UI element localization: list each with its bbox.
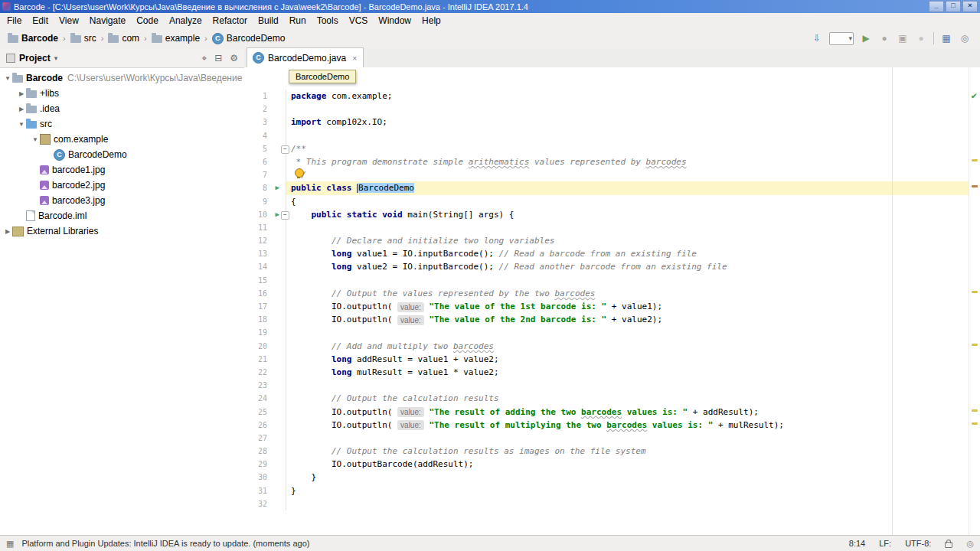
stripe-mark-line-20[interactable] [972, 344, 978, 346]
code-line-7[interactable]: 7 */ [244, 168, 969, 181]
code-line-21[interactable]: 21 long addResult = value1 + value2; [244, 353, 969, 366]
tree-item-barcode3-jpg[interactable]: barcode3.jpg [0, 193, 244, 208]
close-tab-icon[interactable]: × [352, 54, 357, 63]
run-line-icon[interactable]: ▶ [276, 181, 279, 194]
breadcrumb-item-src[interactable]: src [70, 33, 96, 44]
code-line-15[interactable]: 15 [244, 274, 969, 287]
tree-item-barcode-iml[interactable]: Barcode.iml [0, 208, 244, 223]
locate-icon[interactable]: ⌖ [201, 53, 207, 64]
fold-icon[interactable]: − [281, 145, 289, 154]
chevron-down-icon[interactable]: ▾ [54, 54, 58, 62]
chevron-collapsed-icon[interactable]: ▶ [17, 90, 26, 97]
stripe-mark-line-6[interactable] [972, 159, 978, 161]
code-line-31[interactable]: 31} [244, 484, 969, 497]
code-line-14[interactable]: 14 long value2 = IO.inputBarcode(); // R… [244, 260, 969, 273]
tab-barcodedemo-java[interactable]: C BarcodeDemo.java × [247, 47, 364, 68]
code-line-16[interactable]: 16 // Output the values represented by t… [244, 287, 969, 300]
hector-indicator-icon[interactable]: ◎ [966, 539, 974, 549]
chevron-expanded-icon[interactable]: ▼ [3, 75, 12, 82]
tree-item-barcode[interactable]: ▼BarcodeC:\Users\user\Work\Курсы\Java\Вв… [0, 70, 244, 86]
hector-icon[interactable]: ◎ [959, 32, 971, 44]
code-line-23[interactable]: 23 [244, 379, 969, 392]
run-button[interactable]: ▶ [860, 32, 872, 44]
menu-help[interactable]: Help [416, 13, 446, 28]
tree-item--libs[interactable]: ▶+libs [0, 86, 244, 101]
settings-icon[interactable]: ⚙ [230, 53, 238, 64]
vcs-update-icon[interactable]: ⇩ [811, 32, 823, 44]
code-line-6[interactable]: 6 * This program demonstrate simple arit… [244, 155, 969, 168]
code-line-4[interactable]: 4 [244, 129, 969, 142]
stripe-mark-line-8[interactable] [972, 185, 978, 187]
code-line-8[interactable]: 8▶public class BarcodeDemo [244, 181, 969, 194]
breadcrumb-item-example[interactable]: example [152, 33, 200, 44]
tree-item--idea[interactable]: ▶.idea [0, 101, 244, 116]
status-message[interactable]: Platform and Plugin Updates: IntelliJ ID… [21, 539, 309, 548]
menu-window[interactable]: Window [373, 13, 416, 28]
run-config-select[interactable]: ▾ [829, 32, 854, 45]
code-line-32[interactable]: 32 [244, 497, 969, 510]
collapse-all-icon[interactable]: ⊟ [214, 53, 222, 64]
breadcrumb-item-com[interactable]: com [108, 33, 139, 44]
menu-vcs[interactable]: VCS [344, 13, 374, 28]
code-line-11[interactable]: 11 [244, 221, 969, 234]
code-line-18[interactable]: 18 IO.outputln( value: "The value of the… [244, 313, 969, 326]
tree-item-barcode1-jpg[interactable]: barcode1.jpg [0, 162, 244, 178]
debug-button[interactable]: ● [878, 32, 890, 44]
menu-code[interactable]: Code [131, 13, 164, 28]
tool-window-switcher-icon[interactable]: ▦ [6, 539, 14, 549]
code-line-19[interactable]: 19 [244, 326, 969, 339]
code-line-25[interactable]: 25 IO.outputln( value: "The result of ad… [244, 406, 969, 419]
menu-run[interactable]: Run [284, 13, 312, 28]
run-line-icon[interactable]: ▶ [276, 208, 279, 221]
minimize-button[interactable]: _ [929, 1, 944, 12]
close-button[interactable]: × [962, 1, 978, 12]
lock-icon[interactable] [945, 542, 952, 548]
tree-item-barcode2-jpg[interactable]: barcode2.jpg [0, 178, 244, 193]
code-line-2[interactable]: 2 [244, 103, 969, 116]
stripe-mark-line-25[interactable] [972, 409, 978, 412]
chevron-expanded-icon[interactable]: ▼ [17, 121, 26, 128]
code-line-13[interactable]: 13 long value1 = IO.inputBarcode(); // R… [244, 247, 969, 260]
code-line-20[interactable]: 20 // Add and multiply two barcodes [244, 340, 969, 353]
tree-item-external-libraries[interactable]: ▶External Libraries [0, 223, 244, 239]
code-line-10[interactable]: 10▶− public static void main(String[] ar… [244, 208, 969, 221]
status-line-separator[interactable]: LF: [879, 539, 891, 548]
coverage-button[interactable]: ▣ [897, 32, 909, 44]
code-line-12[interactable]: 12 // Declare and initialize two long va… [244, 234, 969, 247]
breadcrumb-item-barcodedemo[interactable]: CBarcodeDemo [212, 33, 286, 44]
code-line-5[interactable]: 5−/** [244, 142, 969, 155]
project-structure-icon[interactable]: ▦ [940, 32, 952, 44]
project-panel-title[interactable]: Project [19, 53, 51, 64]
chevron-collapsed-icon[interactable]: ▶ [17, 106, 26, 112]
code-line-22[interactable]: 22 long mulResult = value1 * value2; [244, 366, 969, 379]
code-line-30[interactable]: 30 } [244, 471, 969, 484]
menu-tools[interactable]: Tools [312, 13, 344, 28]
menu-build[interactable]: Build [253, 13, 284, 28]
tree-item-src[interactable]: ▼src [0, 116, 244, 132]
menu-analyze[interactable]: Analyze [164, 13, 207, 28]
chevron-collapsed-icon[interactable]: ▶ [3, 228, 12, 235]
status-caret-position[interactable]: 8:14 [849, 539, 865, 548]
status-file-encoding[interactable]: UTF-8: [905, 539, 931, 548]
code-line-28[interactable]: 28 // Output the calculation results as … [244, 445, 969, 458]
code-line-24[interactable]: 24 // Output the calculation results [244, 392, 969, 405]
code-line-27[interactable]: 27 [244, 432, 969, 445]
menu-refactor[interactable]: Refactor [207, 13, 253, 28]
breadcrumb-item-barcode[interactable]: Barcode [8, 33, 58, 44]
menu-view[interactable]: View [54, 13, 84, 28]
menu-edit[interactable]: Edit [27, 13, 54, 28]
stripe-mark-line-16[interactable] [972, 291, 978, 293]
stop-button[interactable]: ● [915, 32, 927, 44]
code-line-26[interactable]: 26 IO.outputln( value: "The result of mu… [244, 419, 969, 432]
tree-item-barcodedemo[interactable]: CBarcodeDemo [0, 147, 244, 162]
code-line-17[interactable]: 17 IO.outputln( value: "The value of the… [244, 300, 969, 313]
code-line-29[interactable]: 29 IO.outputBarcode(addResult); [244, 458, 969, 471]
code-line-9[interactable]: 9{ [244, 195, 969, 208]
menu-file[interactable]: File [2, 13, 27, 28]
stripe-mark-line-26[interactable] [972, 422, 978, 425]
fold-icon[interactable]: − [281, 211, 289, 220]
maximize-button[interactable]: □ [946, 1, 961, 12]
code-area[interactable]: 1package com.example;23import comp102x.I… [244, 67, 969, 536]
code-line-3[interactable]: 3import comp102x.IO; [244, 116, 969, 129]
chevron-expanded-icon[interactable]: ▼ [31, 136, 40, 143]
